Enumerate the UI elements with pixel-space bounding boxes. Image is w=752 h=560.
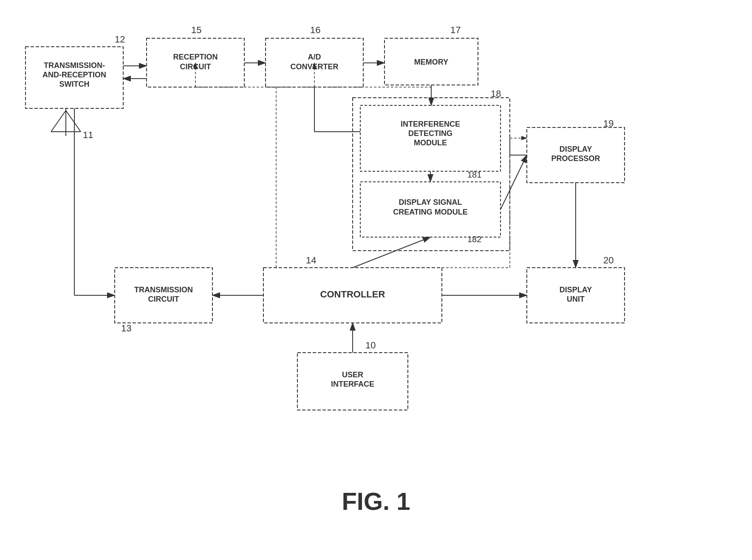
- svg-text:TRANSMISSION: TRANSMISSION: [134, 286, 193, 294]
- svg-text:CIRCUIT: CIRCUIT: [180, 62, 211, 71]
- svg-text:DISPLAY: DISPLAY: [560, 286, 592, 294]
- svg-text:MEMORY: MEMORY: [414, 58, 448, 66]
- svg-text:11: 11: [83, 130, 93, 140]
- svg-text:20: 20: [603, 255, 613, 266]
- svg-text:17: 17: [450, 25, 461, 35]
- svg-line-3: [51, 110, 66, 132]
- svg-text:15: 15: [191, 25, 201, 35]
- svg-text:14: 14: [306, 255, 316, 266]
- svg-text:DISPLAY SIGNAL: DISPLAY SIGNAL: [399, 198, 462, 206]
- svg-text:181: 181: [467, 170, 481, 179]
- svg-text:SWITCH: SWITCH: [59, 80, 90, 88]
- svg-text:INTERFACE: INTERFACE: [331, 380, 374, 388]
- svg-text:MODULE: MODULE: [414, 139, 447, 147]
- svg-text:TRANSMISSION-: TRANSMISSION-: [44, 61, 105, 70]
- diagram-container: 12 15 16 17 18 181 182 14 13: [0, 0, 752, 560]
- svg-text:13: 13: [121, 323, 131, 334]
- svg-text:DISPLAY: DISPLAY: [560, 145, 592, 153]
- svg-text:182: 182: [467, 235, 481, 244]
- svg-line-4: [66, 110, 81, 132]
- svg-text:19: 19: [603, 118, 613, 129]
- svg-text:CIRCUIT: CIRCUIT: [148, 295, 179, 303]
- svg-text:USER: USER: [342, 371, 363, 379]
- svg-text:CONVERTER: CONVERTER: [290, 62, 338, 71]
- svg-text:12: 12: [115, 34, 125, 45]
- svg-text:DETECTING: DETECTING: [408, 129, 452, 138]
- svg-text:10: 10: [365, 340, 376, 351]
- diagram-svg: 12 15 16 17 18 181 182 14 13: [0, 0, 752, 560]
- svg-text:18: 18: [491, 88, 501, 99]
- svg-text:UNIT: UNIT: [567, 295, 585, 303]
- svg-text:FIG. 1: FIG. 1: [342, 487, 410, 515]
- svg-text:INTERFERENCE: INTERFERENCE: [401, 120, 460, 128]
- svg-text:A/D: A/D: [308, 53, 321, 61]
- svg-text:16: 16: [310, 25, 320, 35]
- svg-text:PROCESSOR: PROCESSOR: [551, 154, 600, 163]
- svg-text:CONTROLLER: CONTROLLER: [320, 289, 385, 300]
- svg-text:AND-RECEPTION: AND-RECEPTION: [42, 71, 106, 79]
- svg-text:RECEPTION: RECEPTION: [173, 53, 218, 61]
- svg-text:CREATING MODULE: CREATING MODULE: [393, 208, 468, 216]
